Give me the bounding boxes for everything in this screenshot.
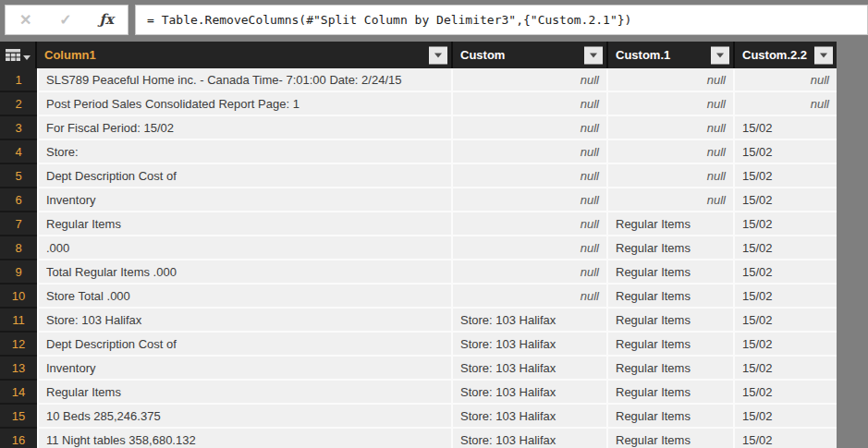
cell-custom[interactable]: null (453, 212, 608, 236)
cell-custom[interactable]: Store: 103 Halifax (453, 405, 608, 429)
cell-column1[interactable]: Store: 103 Halifax (37, 309, 453, 333)
cell-custom22[interactable]: 15/02 (735, 236, 837, 260)
cell-custom22[interactable]: 15/02 (735, 381, 837, 405)
cell-custom1[interactable]: null (608, 68, 735, 92)
cell-custom1[interactable]: null (608, 116, 735, 140)
row-number[interactable]: 6 (0, 188, 37, 212)
cell-custom[interactable]: Store: 103 Halifax (453, 333, 608, 357)
filter-button-custom[interactable] (584, 46, 603, 64)
cell-custom22[interactable]: 15/02 (735, 405, 837, 429)
column-header-custom[interactable]: Custom (453, 42, 608, 68)
column-header-label: Custom.2.2 (742, 48, 807, 62)
cell-custom[interactable]: Store: 103 Halifax (453, 429, 608, 448)
cell-column1[interactable]: Post Period Sales Consolidated Report Pa… (37, 92, 453, 116)
cell-custom22[interactable]: 15/02 (735, 212, 837, 236)
cell-column1[interactable]: .000 (37, 236, 453, 260)
filter-button-column1[interactable] (429, 46, 447, 64)
cell-column1[interactable]: Store: (37, 140, 453, 164)
row-number[interactable]: 5 (0, 164, 37, 188)
cell-custom22[interactable]: 15/02 (735, 140, 837, 164)
formula-input[interactable]: = Table.RemoveColumns(#"Split Column by … (135, 5, 868, 35)
row-number[interactable]: 2 (0, 92, 37, 116)
cell-custom[interactable]: Store: 103 Halifax (453, 357, 608, 381)
row-number[interactable]: 3 (0, 116, 37, 140)
cell-column1[interactable]: Dept Description Cost of (37, 333, 453, 357)
cell-custom22[interactable]: null (735, 92, 837, 116)
cell-column1[interactable]: 11 Night tables 358,680.132 (37, 429, 453, 448)
cell-custom1[interactable]: Regular Items (608, 405, 735, 429)
chevron-down-icon (820, 53, 827, 57)
cell-custom22[interactable]: 15/02 (735, 285, 837, 309)
row-number[interactable]: 4 (0, 140, 37, 164)
row-number[interactable]: 9 (0, 260, 37, 285)
column-header-custom1[interactable]: Custom.1 (608, 42, 735, 68)
cell-custom22[interactable]: 15/02 (735, 188, 837, 212)
cell-custom22[interactable]: 15/02 (735, 164, 837, 188)
cell-column1[interactable]: Dept Description Cost of (37, 164, 453, 188)
cell-column1[interactable]: 10 Beds 285,246.375 (37, 405, 453, 429)
cell-custom[interactable]: null (453, 164, 608, 188)
cell-column1[interactable]: Inventory (37, 188, 453, 212)
cell-custom22[interactable]: 15/02 (735, 429, 837, 448)
row-number[interactable]: 13 (0, 357, 37, 381)
filter-button-custom1[interactable] (711, 46, 729, 64)
column-header-custom22[interactable]: Custom.2.2 (735, 42, 837, 68)
cell-custom[interactable]: null (453, 188, 608, 212)
table-row: 1 SLS789 Peaceful Home inc. - Canada Tim… (0, 68, 837, 92)
cell-custom1[interactable]: Regular Items (608, 236, 735, 260)
cell-column1[interactable]: Store Total .000 (37, 285, 453, 309)
cell-column1[interactable]: Regular Items (37, 381, 453, 405)
cell-custom22[interactable]: 15/02 (735, 309, 837, 333)
table-row: 11 Store: 103 Halifax Store: 103 Halifax… (0, 309, 837, 333)
table-menu-dropdown-icon (23, 55, 31, 60)
cell-column1[interactable]: Inventory (37, 357, 453, 381)
cell-custom1[interactable]: Regular Items (608, 357, 735, 381)
cell-custom22[interactable]: 15/02 (735, 116, 837, 140)
row-number[interactable]: 15 (0, 405, 37, 429)
cell-custom1[interactable]: Regular Items (608, 381, 735, 405)
cell-custom1[interactable]: null (608, 188, 735, 212)
cell-custom1[interactable]: null (608, 92, 735, 116)
cell-custom[interactable]: null (453, 260, 608, 285)
row-number[interactable]: 11 (0, 309, 37, 333)
cell-column1[interactable]: For Fiscal Period: 15/02 (37, 116, 453, 140)
confirm-formula-icon[interactable]: ✓ (59, 13, 71, 28)
cell-custom[interactable]: null (453, 236, 608, 260)
cell-custom[interactable]: null (453, 140, 608, 164)
table-menu-button[interactable] (0, 42, 37, 68)
row-number[interactable]: 8 (0, 236, 37, 260)
cell-custom22[interactable]: 15/02 (735, 260, 837, 285)
cell-custom[interactable]: Store: 103 Halifax (453, 381, 608, 405)
cell-custom22[interactable]: null (735, 68, 837, 92)
row-number[interactable]: 16 (0, 429, 37, 448)
row-number[interactable]: 14 (0, 381, 37, 405)
row-number[interactable]: 12 (0, 333, 37, 357)
cell-custom[interactable]: null (453, 68, 608, 92)
column-header-label: Column1 (44, 48, 96, 62)
cell-custom[interactable]: null (453, 116, 608, 140)
column-header-label: Custom.1 (616, 48, 670, 62)
cell-custom1[interactable]: Regular Items (608, 285, 735, 309)
cell-custom1[interactable]: null (608, 140, 735, 164)
cell-custom22[interactable]: 15/02 (735, 357, 837, 381)
column-header-column1[interactable]: Column1 (37, 42, 453, 68)
cell-column1[interactable]: SLS789 Peaceful Home inc. - Canada Time-… (37, 68, 453, 92)
cell-custom[interactable]: Store: 103 Halifax (453, 309, 608, 333)
cell-column1[interactable]: Total Regular Items .000 (37, 260, 453, 285)
cell-custom1[interactable]: null (608, 164, 735, 188)
cell-custom1[interactable]: Regular Items (608, 429, 735, 448)
cell-custom1[interactable]: Regular Items (608, 333, 735, 357)
cell-custom[interactable]: null (453, 92, 608, 116)
cell-custom1[interactable]: Regular Items (608, 309, 735, 333)
filter-button-custom22[interactable] (814, 46, 833, 64)
row-number[interactable]: 7 (0, 212, 37, 236)
row-number[interactable]: 1 (0, 68, 37, 92)
row-number[interactable]: 10 (0, 285, 37, 309)
cell-custom22[interactable]: 15/02 (735, 333, 837, 357)
cell-custom1[interactable]: Regular Items (608, 212, 735, 236)
cell-custom1[interactable]: Regular Items (608, 260, 735, 285)
cell-column1[interactable]: Regular Items (37, 212, 453, 236)
cell-custom[interactable]: null (453, 285, 608, 309)
cancel-formula-icon[interactable]: ✕ (19, 13, 31, 28)
table-row: 10 Store Total .000 null Regular Items 1… (0, 285, 837, 309)
